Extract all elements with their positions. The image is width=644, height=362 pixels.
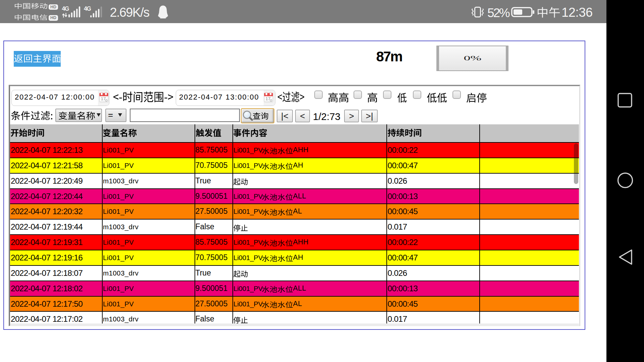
svg-text:17: 17 (101, 96, 106, 101)
svg-text:17: 17 (265, 96, 270, 101)
